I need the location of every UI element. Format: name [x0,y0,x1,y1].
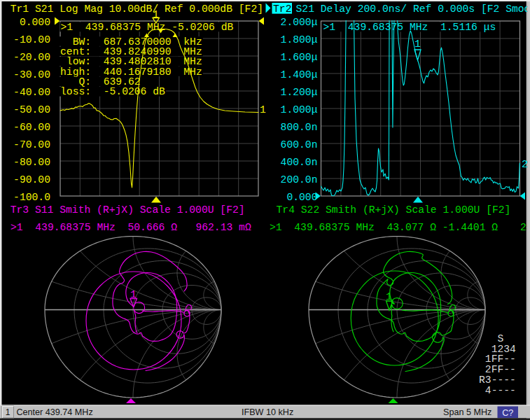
svg-text:Tr1 S21 Log Mag 10.00dB/ Ref 0: Tr1 S21 Log Mag 10.00dB/ Ref 0.000dB [F2… [11,4,263,15]
svg-text:1: 1 [6,407,11,417]
svg-text:-40.00: -40.00 [13,87,50,98]
svg-text:-30.00: -30.00 [13,69,50,80]
svg-text:400.0n: 400.0n [281,157,318,168]
svg-text:600.0n: 600.0n [281,139,318,150]
svg-text:1.400μ: 1.400μ [281,69,318,80]
svg-text:-70.00: -70.00 [13,139,50,150]
svg-text:Tr4 S22 Smith (R+jX) Scale 1.0: Tr4 S22 Smith (R+jX) Scale 1.000U [F2] [277,204,511,216]
svg-text:-80.00: -80.00 [13,157,50,168]
svg-text:R3----: R3---- [479,374,516,386]
svg-text:Span 5 MHz: Span 5 MHz [443,407,491,417]
svg-text:1: 1 [386,291,392,302]
svg-text:-10.00: -10.00 [13,34,50,46]
svg-text:1.800μ: 1.800μ [281,34,318,46]
svg-text:>1 439.68375 MHz 43.077 Ω -1: >1 439.68375 MHz 43.077 Ω -1.4401 Ω [270,222,498,233]
svg-text:IFBW 10 kHz: IFBW 10 kHz [242,407,293,417]
svg-text:1.600μ: 1.600μ [281,52,318,63]
svg-text:-50.00: -50.00 [13,104,50,115]
svg-text:S: S [479,333,503,344]
svg-text:1: 1 [153,9,159,20]
svg-text:1: 1 [414,38,421,50]
svg-text:-90.00: -90.00 [13,174,50,186]
svg-text:0.000: 0.000 [286,192,317,203]
svg-text:C?: C? [502,408,513,418]
svg-text:2FF--: 2FF-- [479,364,516,375]
svg-text:-20.00: -20.00 [13,52,50,63]
svg-text:800.0n: 800.0n [281,122,318,133]
svg-text:200.0n: 200.0n [281,174,318,186]
svg-text:Tr2: Tr2 [273,4,291,15]
svg-text:>1 439.68375 MHz 1.5116 μs: >1 439.68375 MHz 1.5116 μs [323,22,496,33]
svg-text:-100.0: -100.0 [13,192,50,203]
svg-text:-60.00: -60.00 [13,122,50,133]
svg-text:2.000μ: 2.000μ [281,17,318,28]
svg-text:loss: -5.0206 dB: loss: -5.0206 dB [60,86,165,97]
svg-text:1: 1 [130,289,137,300]
svg-text:4----: 4---- [479,385,516,396]
svg-text:1234: 1234 [479,344,516,355]
svg-text:1.200μ: 1.200μ [281,87,318,98]
svg-text:1.000μ: 1.000μ [281,104,318,115]
svg-text:1FF--: 1FF-- [479,354,516,365]
svg-text:1: 1 [260,104,266,115]
svg-text:0.000: 0.000 [20,17,50,28]
svg-text:2: 2 [522,159,528,170]
svg-text:Tr3 S11 Smith (R+jX) Scale 1.0: Tr3 S11 Smith (R+jX) Scale 1.000U [F2] [11,204,245,216]
svg-text:S21 Delay 200.0ns/ Ref 0.000s: S21 Delay 200.0ns/ Ref 0.000s [F2 Smooth… [296,4,530,15]
svg-text:>1 439.68375 MHz 50.666 Ω: >1 439.68375 MHz 50.666 Ω 962.13 mΩ [11,222,251,233]
svg-text:Center 439.74 MHz: Center 439.74 MHz [17,407,93,417]
svg-text:>1 439.68375 MHz -5.0206 dB: >1 439.68375 MHz -5.0206 dB [61,22,234,33]
